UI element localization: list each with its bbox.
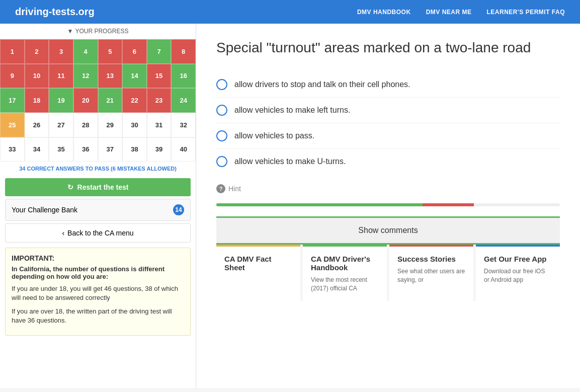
grid-cell[interactable]: 38 bbox=[122, 137, 147, 162]
grid-cell[interactable]: 16 bbox=[171, 64, 196, 89]
grid-cell[interactable]: 35 bbox=[49, 137, 73, 162]
grid-cell[interactable]: 24 bbox=[171, 88, 196, 113]
important-para2: If you are over 18, the written part of … bbox=[12, 307, 184, 325]
grid-cell[interactable]: 26 bbox=[25, 113, 49, 137]
grid-cell[interactable]: 6 bbox=[122, 39, 147, 64]
important-para1: If you are under 18, you will get 46 que… bbox=[12, 284, 184, 302]
important-box: IMPORTANT: In California, the number of … bbox=[5, 248, 191, 336]
sidebar: ▼ YOUR PROGRESS 123456789101112131415161… bbox=[0, 24, 196, 388]
main-content: Special "turnout" areas marked on a two-… bbox=[196, 24, 580, 388]
header: driving-tests.org DMV HANDBOOK DMV NEAR … bbox=[0, 0, 580, 24]
grid-cell[interactable]: 4 bbox=[73, 39, 98, 64]
grid-cell[interactable]: 29 bbox=[98, 113, 123, 137]
bottom-card[interactable]: Get Our Free App Download our free iOS o… bbox=[476, 245, 560, 301]
answer-options: allow drivers to stop and talk on their … bbox=[216, 72, 560, 174]
card-text: View the most recent (2017) official CA bbox=[311, 276, 379, 293]
progress-bar-red bbox=[423, 203, 474, 206]
card-title: CA DMV Fact Sheet bbox=[224, 255, 292, 272]
card-text: Download our free iOS or Android app bbox=[484, 267, 552, 284]
card-title: Get Our Free App bbox=[484, 255, 552, 263]
answer-text: allow drivers to stop and talk on their … bbox=[234, 80, 410, 89]
bottom-card[interactable]: CA DMV Fact Sheet bbox=[216, 245, 300, 301]
back-menu-button[interactable]: ‹ Back to the CA menu bbox=[5, 223, 191, 243]
pass-info: 34 CORRECT ANSWERS TO PASS (6 MISTAKES A… bbox=[0, 162, 196, 176]
grid-cell[interactable]: 12 bbox=[73, 64, 98, 89]
grid-cell[interactable]: 37 bbox=[98, 137, 123, 162]
grid-cell[interactable]: 17 bbox=[0, 88, 25, 113]
grid-cell[interactable]: 8 bbox=[171, 39, 196, 64]
challenge-bank-label: Your Challenge Bank bbox=[12, 206, 77, 214]
chevron-left-icon: ‹ bbox=[62, 229, 64, 237]
progress-bar bbox=[216, 203, 560, 206]
answer-option-a[interactable]: allow drivers to stop and talk on their … bbox=[216, 72, 560, 98]
radio-circle bbox=[216, 105, 227, 116]
grid-cell[interactable]: 1 bbox=[0, 39, 25, 64]
restart-label: Restart the test bbox=[77, 183, 129, 191]
card-text: See what other users are saying, or bbox=[397, 267, 465, 284]
progress-bar-green bbox=[216, 203, 423, 206]
answer-text: allow vehicles to make left turns. bbox=[234, 106, 350, 115]
important-bold: In California, the number of questions i… bbox=[12, 265, 184, 280]
chevron-down-icon: ▼ bbox=[67, 28, 73, 35]
grid-cell[interactable]: 2 bbox=[25, 39, 49, 64]
radio-circle bbox=[216, 156, 227, 167]
site-logo[interactable]: driving-tests.org bbox=[15, 6, 95, 18]
grid-cell[interactable]: 3 bbox=[49, 39, 73, 64]
restart-icon: ↻ bbox=[67, 183, 73, 191]
grid-cell[interactable]: 34 bbox=[25, 137, 49, 162]
grid-cell[interactable]: 30 bbox=[122, 113, 147, 137]
grid-cell[interactable]: 10 bbox=[25, 64, 49, 89]
grid-cell[interactable]: 40 bbox=[171, 137, 196, 162]
nav-dmv-handbook[interactable]: DMV HANDBOOK bbox=[357, 9, 411, 16]
important-title: IMPORTANT: bbox=[12, 254, 184, 262]
restart-button[interactable]: ↻ Restart the test bbox=[5, 178, 191, 196]
show-comments-button[interactable]: Show comments bbox=[216, 216, 560, 245]
grid-cell[interactable]: 22 bbox=[122, 88, 147, 113]
answer-option-b[interactable]: allow vehicles to make left turns. bbox=[216, 98, 560, 123]
question-title: Special "turnout" areas marked on a two-… bbox=[216, 39, 560, 57]
challenge-bank-badge: 14 bbox=[173, 204, 184, 215]
nav-dmv-near-me[interactable]: DMV NEAR ME bbox=[426, 9, 472, 16]
grid-cell[interactable]: 28 bbox=[73, 113, 98, 137]
answer-option-d[interactable]: allow vehicles to make U-turns. bbox=[216, 149, 560, 174]
hint-icon: ? bbox=[216, 184, 225, 193]
grid-cell[interactable]: 18 bbox=[25, 88, 49, 113]
grid-cell[interactable]: 33 bbox=[0, 137, 25, 162]
card-title: CA DMV Driver's Handbook bbox=[311, 255, 379, 272]
grid-cell[interactable]: 31 bbox=[147, 113, 172, 137]
grid-cell[interactable]: 36 bbox=[73, 137, 98, 162]
grid-cell[interactable]: 23 bbox=[147, 88, 172, 113]
grid-cell[interactable]: 32 bbox=[171, 113, 196, 137]
answer-text: allow vehicles to make U-turns. bbox=[234, 157, 346, 166]
answer-option-c[interactable]: allow vehicles to pass. bbox=[216, 123, 560, 149]
grid-cell[interactable]: 25 bbox=[0, 113, 25, 137]
bottom-card[interactable]: Success Stories See what other users are… bbox=[389, 245, 473, 301]
grid-cell[interactable]: 14 bbox=[122, 64, 147, 89]
grid-cell[interactable]: 7 bbox=[147, 39, 172, 64]
grid-cell[interactable]: 20 bbox=[73, 88, 98, 113]
grid-cell[interactable]: 21 bbox=[98, 88, 123, 113]
back-menu-label: Back to the CA menu bbox=[67, 229, 134, 237]
grid-cell[interactable]: 13 bbox=[98, 64, 123, 89]
grid-cell[interactable]: 27 bbox=[49, 113, 73, 137]
grid-cell[interactable]: 39 bbox=[147, 137, 172, 162]
grid-cell[interactable]: 9 bbox=[0, 64, 25, 89]
challenge-bank-button[interactable]: Your Challenge Bank 14 bbox=[5, 199, 191, 221]
main-container: ▼ YOUR PROGRESS 123456789101112131415161… bbox=[0, 24, 580, 388]
radio-circle bbox=[216, 79, 227, 90]
radio-circle bbox=[216, 130, 227, 141]
main-nav: DMV HANDBOOK DMV NEAR ME LEARNER'S PERMI… bbox=[357, 9, 565, 16]
bottom-card[interactable]: CA DMV Driver's Handbook View the most r… bbox=[303, 245, 387, 301]
grid-cell[interactable]: 19 bbox=[49, 88, 73, 113]
nav-learners-permit-faq[interactable]: LEARNER'S PERMIT FAQ bbox=[486, 9, 565, 16]
progress-header: ▼ YOUR PROGRESS bbox=[0, 24, 196, 39]
progress-label: YOUR PROGRESS bbox=[75, 28, 128, 35]
bottom-cards: CA DMV Fact Sheet CA DMV Driver's Handbo… bbox=[216, 245, 560, 301]
hint-row[interactable]: ? Hint bbox=[216, 184, 560, 193]
grid-cell[interactable]: 11 bbox=[49, 64, 73, 89]
answer-text: allow vehicles to pass. bbox=[234, 131, 314, 140]
grid-cell[interactable]: 5 bbox=[98, 39, 123, 64]
card-title: Success Stories bbox=[397, 255, 465, 263]
hint-label: Hint bbox=[228, 185, 241, 193]
grid-cell[interactable]: 15 bbox=[147, 64, 172, 89]
